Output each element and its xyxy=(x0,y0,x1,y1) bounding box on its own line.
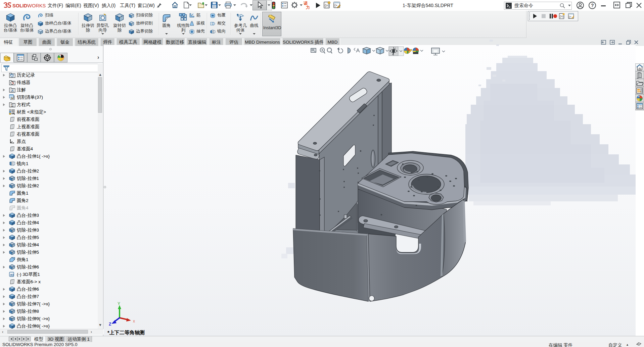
svg-text:Z: Z xyxy=(109,322,111,326)
svg-text:Y: Y xyxy=(118,301,120,306)
svg-text:x: x xyxy=(133,319,135,324)
